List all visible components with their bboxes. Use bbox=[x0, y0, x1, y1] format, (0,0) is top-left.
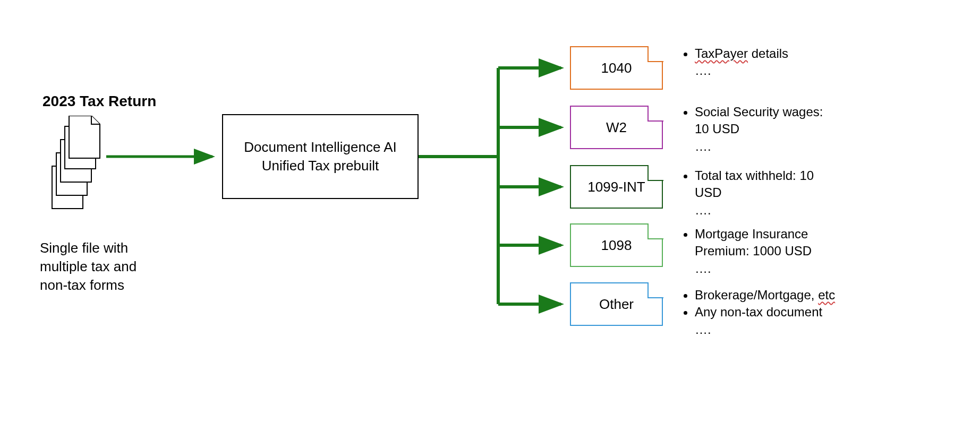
processor-line2: Unified Tax prebuilt bbox=[262, 158, 379, 174]
trailing-dots: …. bbox=[680, 321, 871, 338]
output-label: 1098 bbox=[601, 238, 632, 253]
bullet-item: Mortgage Insurance Premium: 1000 USD bbox=[695, 226, 839, 260]
bullet-item: Social Security wages: 10 USD bbox=[695, 103, 829, 138]
processor-box: Document Intelligence AI Unified Tax pre… bbox=[222, 114, 419, 199]
input-subtitle: Single file with multiple tax and non-ta… bbox=[40, 239, 167, 295]
details-other: Brokerage/Mortgage, etc Any non-tax docu… bbox=[680, 287, 871, 338]
trailing-dots: …. bbox=[680, 260, 839, 277]
output-box-1099-int: 1099-INT bbox=[570, 165, 663, 209]
output-label: Other bbox=[599, 297, 634, 312]
details-1099-int: Total tax withheld: 10 USD …. bbox=[680, 167, 829, 219]
bullet-item: TaxPayer details bbox=[695, 45, 829, 62]
document-stack-icon bbox=[48, 116, 106, 211]
fanout-arrows bbox=[419, 42, 578, 340]
processor-line1: Document Intelligence AI bbox=[244, 139, 397, 155]
bullet-item: Any non-tax document bbox=[695, 304, 871, 321]
output-label: W2 bbox=[606, 120, 627, 135]
details-1040: TaxPayer details …. bbox=[680, 45, 829, 80]
trailing-dots: …. bbox=[680, 62, 829, 79]
trailing-dots: …. bbox=[680, 138, 829, 155]
bullet-item: Brokerage/Mortgage, etc bbox=[695, 287, 871, 304]
details-w2: Social Security wages: 10 USD …. bbox=[680, 103, 829, 155]
bullet-item: Total tax withheld: 10 USD bbox=[695, 167, 829, 202]
output-label: 1040 bbox=[601, 61, 632, 76]
input-title: 2023 Tax Return bbox=[42, 93, 156, 110]
output-box-1040: 1040 bbox=[570, 46, 663, 90]
details-1098: Mortgage Insurance Premium: 1000 USD …. bbox=[680, 226, 839, 277]
output-box-w2: W2 bbox=[570, 106, 663, 149]
output-label: 1099-INT bbox=[587, 179, 645, 195]
output-box-other: Other bbox=[570, 282, 663, 326]
trailing-dots: …. bbox=[680, 202, 829, 219]
arrow-input-to-processor bbox=[106, 146, 222, 167]
output-box-1098: 1098 bbox=[570, 223, 663, 267]
